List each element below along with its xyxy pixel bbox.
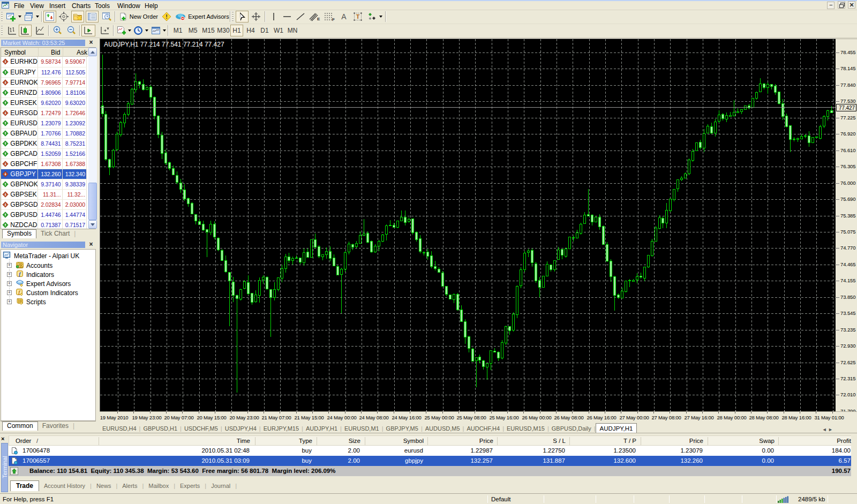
svg-text:AUDJPY,H1 77.214 77.541 77.21: AUDJPY,H1 77.214 77.541 77.214 77.427 xyxy=(104,41,224,48)
svg-text:E: E xyxy=(317,17,320,21)
svg-text:F: F xyxy=(332,17,335,22)
svg-text:!: ! xyxy=(166,13,168,20)
svg-text:T: T xyxy=(356,13,360,20)
svg-text:A: A xyxy=(341,12,347,21)
